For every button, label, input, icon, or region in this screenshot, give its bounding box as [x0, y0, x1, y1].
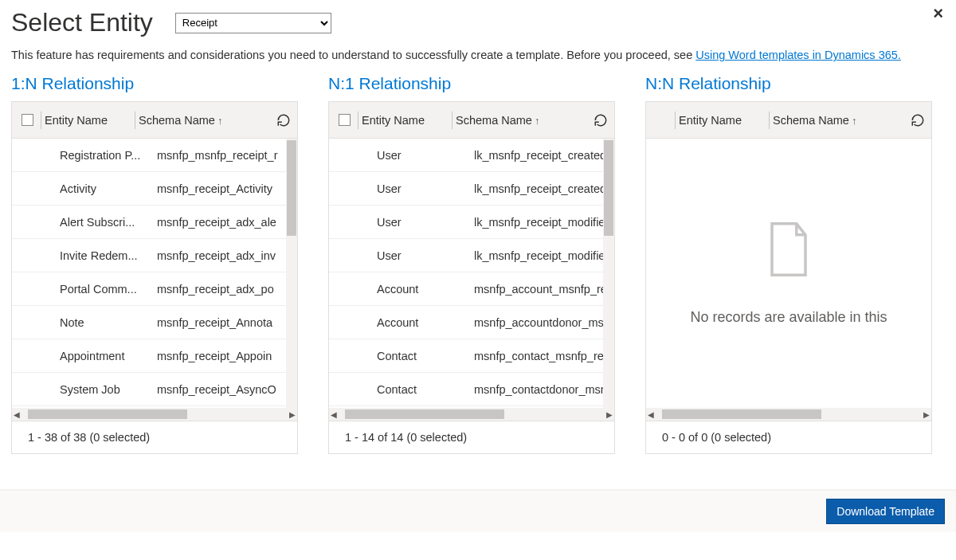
cell-schema-name: msnfp_receipt_adx_po: [155, 283, 297, 296]
table-row[interactable]: Userlk_msnfp_receipt_created: [329, 139, 614, 172]
table-row[interactable]: Appointmentmsnfp_receipt_Appoin: [12, 339, 297, 373]
cell-entity-name: Alert Subscri...: [60, 216, 155, 229]
refresh-icon[interactable]: [909, 112, 927, 129]
cell-schema-name: lk_msnfp_receipt_modifie: [472, 249, 614, 262]
cell-entity-name: Contact: [377, 350, 472, 362]
table-row[interactable]: Notemsnfp_receipt_Annota: [12, 306, 297, 339]
table-row[interactable]: Userlk_msnfp_receipt_modifie: [329, 206, 614, 239]
refresh-icon[interactable]: [592, 112, 609, 129]
scrollbar-horizontal[interactable]: ◀▶: [12, 408, 297, 421]
cell-entity-name: Portal Comm...: [60, 283, 155, 296]
panel-n-n: N:N Relationship Entity Name Schema Name…: [645, 74, 932, 454]
table-row[interactable]: Accountmsnfp_accountdonor_ms: [329, 306, 614, 339]
col-schema-name[interactable]: Schema Name↑: [135, 112, 245, 129]
sort-asc-icon: ↑: [852, 115, 857, 127]
cell-schema-name: msnfp_receipt_AsyncO: [155, 383, 297, 396]
panel-one-n: 1:N Relationship Entity Name Schema Name…: [11, 74, 298, 454]
cell-entity-name: Account: [377, 316, 472, 329]
page-title: Select Entity: [11, 8, 153, 37]
cell-entity-name: User: [377, 182, 472, 195]
cell-schema-name: msnfp_contactdonor_msr: [472, 383, 614, 396]
col-entity-name[interactable]: Entity Name: [358, 112, 452, 129]
cell-schema-name: msnfp_accountdonor_ms: [472, 316, 614, 329]
table-row[interactable]: System Jobmsnfp_receipt_AsyncO: [12, 373, 297, 406]
cell-schema-name: msnfp_account_msnfp_re: [472, 283, 614, 296]
cell-entity-name: Account: [377, 283, 472, 296]
table-row[interactable]: Activitymsnfp_receipt_Activity: [12, 172, 297, 206]
scrollbar-horizontal[interactable]: ◀▶: [329, 408, 614, 421]
sort-asc-icon: ↑: [217, 115, 223, 127]
select-all-checkbox[interactable]: [22, 114, 33, 126]
panel-title-one-n: 1:N Relationship: [11, 74, 298, 93]
col-schema-name[interactable]: Schema Name↑: [769, 112, 879, 129]
table-row[interactable]: Userlk_msnfp_receipt_created: [329, 172, 614, 206]
cell-schema-name: msnfp_receipt_Activity: [155, 182, 297, 195]
cell-schema-name: msnfp_receipt_adx_inv: [155, 249, 297, 262]
table-row[interactable]: Registration P...msnfp_msnfp_receipt_r: [12, 139, 297, 172]
cell-entity-name: Activity: [60, 182, 155, 195]
cell-entity-name: Note: [60, 316, 155, 329]
col-entity-name[interactable]: Entity Name: [675, 112, 769, 129]
file-icon: [766, 221, 812, 277]
cell-entity-name: Registration P...: [60, 149, 155, 162]
col-schema-name[interactable]: Schema Name↑: [452, 112, 562, 129]
download-template-button[interactable]: Download Template: [826, 499, 945, 524]
cell-entity-name: User: [377, 249, 472, 262]
scrollbar-vertical[interactable]: [603, 139, 614, 408]
table-row[interactable]: Accountmsnfp_account_msnfp_re: [329, 272, 614, 306]
intro-link[interactable]: Using Word templates in Dynamics 365.: [695, 49, 901, 61]
cell-entity-name: System Job: [60, 383, 155, 396]
cell-schema-name: lk_msnfp_receipt_modifie: [472, 216, 614, 229]
cell-schema-name: msnfp_contact_msnfp_re: [472, 350, 614, 362]
cell-schema-name: msnfp_receipt_Annota: [155, 316, 297, 329]
table-row[interactable]: Portal Comm...msnfp_receipt_adx_po: [12, 272, 297, 306]
cell-schema-name: lk_msnfp_receipt_created: [472, 182, 614, 195]
col-entity-name[interactable]: Entity Name: [41, 112, 135, 129]
cell-schema-name: msnfp_receipt_Appoin: [155, 350, 297, 362]
cell-schema-name: msnfp_receipt_adx_ale: [155, 216, 297, 229]
sort-asc-icon: ↑: [535, 115, 540, 127]
table-row[interactable]: Invite Redem...msnfp_receipt_adx_inv: [12, 239, 297, 272]
scrollbar-horizontal[interactable]: ◀▶: [646, 408, 931, 421]
panel-footer: 1 - 14 of 14 (0 selected): [329, 421, 614, 453]
select-all-checkbox[interactable]: [339, 114, 351, 126]
panel-title-n-one: N:1 Relationship: [328, 74, 615, 93]
panel-footer: 0 - 0 of 0 (0 selected): [646, 421, 931, 453]
entity-select[interactable]: Receipt: [175, 13, 331, 33]
cell-entity-name: User: [377, 216, 472, 229]
panel-n-one: N:1 Relationship Entity Name Schema Name…: [328, 74, 615, 454]
cell-schema-name: lk_msnfp_receipt_created: [472, 149, 614, 162]
cell-entity-name: Contact: [377, 383, 472, 396]
empty-state: No records are available in this: [646, 139, 931, 408]
cell-schema-name: msnfp_msnfp_receipt_r: [155, 149, 297, 162]
panel-footer: 1 - 38 of 38 (0 selected): [12, 421, 297, 453]
cell-entity-name: Appointment: [60, 350, 155, 362]
panel-title-n-n: N:N Relationship: [645, 74, 932, 93]
table-row[interactable]: Contactmsnfp_contact_msnfp_re: [329, 339, 614, 373]
table-row[interactable]: Userlk_msnfp_receipt_modifie: [329, 239, 614, 272]
refresh-icon[interactable]: [275, 112, 292, 129]
intro-text: This feature has requirements and consid…: [11, 49, 945, 61]
close-icon[interactable]: ×: [928, 2, 948, 25]
cell-entity-name: User: [377, 149, 472, 162]
cell-entity-name: Invite Redem...: [60, 249, 155, 262]
scrollbar-vertical[interactable]: [286, 139, 297, 408]
table-row[interactable]: Alert Subscri...msnfp_receipt_adx_ale: [12, 206, 297, 239]
table-row[interactable]: Contactmsnfp_contactdonor_msr: [329, 373, 614, 406]
